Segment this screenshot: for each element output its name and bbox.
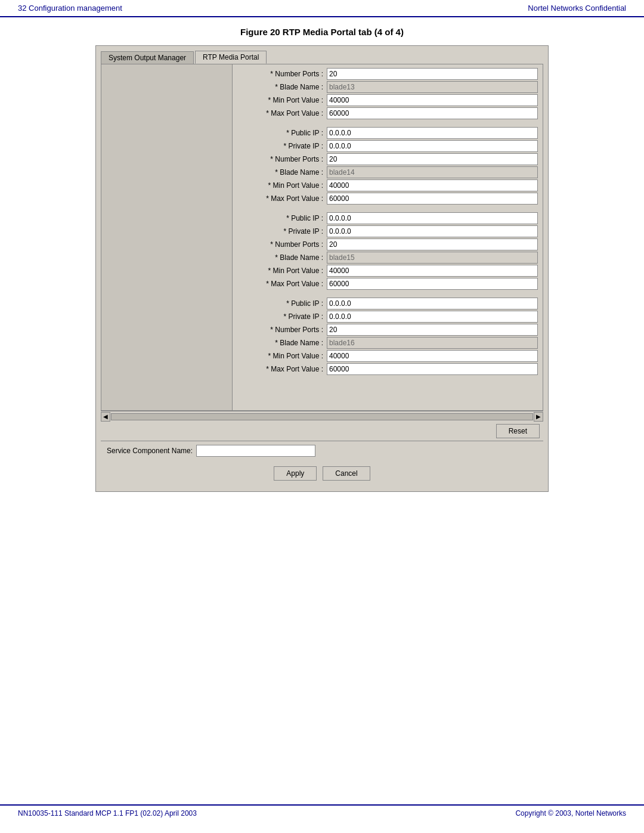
input-number-ports-4[interactable] <box>327 324 538 336</box>
input-blade-name-1[interactable] <box>327 81 538 93</box>
label-max-port-4: * Max Port Value : <box>237 365 327 373</box>
input-number-ports-1[interactable] <box>327 68 538 80</box>
input-max-port-1[interactable] <box>327 107 538 119</box>
field-row-private-ip-2: * Private IP : <box>237 140 538 152</box>
horizontal-scrollbar[interactable]: ◀ ▶ <box>101 411 543 422</box>
input-number-ports-3[interactable] <box>327 239 538 250</box>
field-row-blade-name-1: * Blade Name : <box>237 81 538 93</box>
scroll-track[interactable] <box>111 413 533 420</box>
form-scroll[interactable]: * Number Ports : * Blade Name : * Min Po… <box>233 64 543 410</box>
input-private-ip-3[interactable] <box>327 225 538 237</box>
label-number-ports-4: * Number Ports : <box>237 326 327 334</box>
field-row-min-port-1: * Min Port Value : <box>237 94 538 106</box>
apply-button[interactable]: Apply <box>274 466 317 481</box>
field-row-number-ports-1: * Number Ports : <box>237 68 538 80</box>
field-row-public-ip-3: * Public IP : <box>237 212 538 224</box>
label-blade-name-4: * Blade Name : <box>237 339 327 347</box>
field-row-public-ip-4: * Public IP : <box>237 298 538 309</box>
service-component-row: Service Component Name: <box>101 441 543 460</box>
field-row-private-ip-4: * Private IP : <box>237 311 538 323</box>
label-min-port-4: * Min Port Value : <box>237 352 327 360</box>
field-row-min-port-3: * Min Port Value : <box>237 265 538 277</box>
field-row-min-port-4: * Min Port Value : <box>237 350 538 362</box>
label-blade-name-2: * Blade Name : <box>237 168 327 176</box>
footer-left: NN10035-111 Standard MCP 1.1 FP1 (02.02)… <box>18 809 197 817</box>
field-row-max-port-3: * Max Port Value : <box>237 278 538 290</box>
input-public-ip-4[interactable] <box>327 298 538 309</box>
cancel-button[interactable]: Cancel <box>323 466 370 481</box>
input-private-ip-4[interactable] <box>327 311 538 323</box>
input-max-port-2[interactable] <box>327 193 538 205</box>
label-private-ip-4: * Private IP : <box>237 312 327 321</box>
label-blade-name-1: * Blade Name : <box>237 83 327 91</box>
input-min-port-1[interactable] <box>327 94 538 106</box>
page-title: Figure 20 RTP Media Portal tab (4 of 4) <box>0 27 644 37</box>
field-row-number-ports-2: * Number Ports : <box>237 153 538 165</box>
field-row-max-port-1: * Max Port Value : <box>237 107 538 119</box>
field-row-max-port-4: * Max Port Value : <box>237 363 538 375</box>
input-max-port-4[interactable] <box>327 363 538 375</box>
dialog-container: System Output Manager RTP Media Portal *… <box>95 45 549 492</box>
label-public-ip-2: * Public IP : <box>237 129 327 137</box>
label-min-port-3: * Min Port Value : <box>237 267 327 275</box>
field-row-blade-name-2: * Blade Name : <box>237 166 538 178</box>
header: 32 Configuration management Nortel Netwo… <box>0 0 644 17</box>
left-panel <box>101 64 233 410</box>
content-area: * Number Ports : * Blade Name : * Min Po… <box>101 64 543 411</box>
field-row-number-ports-3: * Number Ports : <box>237 239 538 250</box>
header-left: 32 Configuration management <box>18 4 122 13</box>
input-blade-name-3[interactable] <box>327 252 538 264</box>
reset-button[interactable]: Reset <box>496 424 540 438</box>
input-private-ip-2[interactable] <box>327 140 538 152</box>
action-row: Apply Cancel <box>101 460 543 487</box>
tab-bar: System Output Manager RTP Media Portal <box>101 51 543 64</box>
label-blade-name-3: * Blade Name : <box>237 253 327 262</box>
label-private-ip-3: * Private IP : <box>237 227 327 236</box>
label-number-ports-3: * Number Ports : <box>237 240 327 249</box>
label-private-ip-2: * Private IP : <box>237 142 327 150</box>
label-number-ports-1: * Number Ports : <box>237 70 327 78</box>
input-blade-name-2[interactable] <box>327 166 538 178</box>
label-min-port-2: * Min Port Value : <box>237 181 327 190</box>
section-4: * Public IP : * Private IP : * Number Po… <box>237 298 538 375</box>
input-min-port-3[interactable] <box>327 265 538 277</box>
input-public-ip-3[interactable] <box>327 212 538 224</box>
right-panel: * Number Ports : * Blade Name : * Min Po… <box>233 64 543 410</box>
input-min-port-2[interactable] <box>327 179 538 191</box>
label-public-ip-4: * Public IP : <box>237 299 327 308</box>
header-right: Nortel Networks Confidential <box>528 4 626 13</box>
label-min-port-1: * Min Port Value : <box>237 96 327 104</box>
field-row-blade-name-4: * Blade Name : <box>237 337 538 349</box>
field-row-blade-name-3: * Blade Name : <box>237 252 538 264</box>
field-row-public-ip-2: * Public IP : <box>237 127 538 139</box>
label-max-port-3: * Max Port Value : <box>237 280 327 288</box>
reset-row: Reset <box>101 422 543 441</box>
tab-system-output-manager[interactable]: System Output Manager <box>101 51 194 64</box>
label-public-ip-3: * Public IP : <box>237 214 327 222</box>
tab-rtp-media-portal[interactable]: RTP Media Portal <box>195 51 267 64</box>
input-max-port-3[interactable] <box>327 278 538 290</box>
footer: NN10035-111 Standard MCP 1.1 FP1 (02.02)… <box>0 804 644 821</box>
field-row-number-ports-4: * Number Ports : <box>237 324 538 336</box>
label-max-port-1: * Max Port Value : <box>237 109 327 117</box>
scroll-left-arrow[interactable]: ◀ <box>101 412 110 422</box>
footer-right: Copyright © 2003, Nortel Networks <box>515 809 626 817</box>
scroll-right-arrow[interactable]: ▶ <box>534 412 543 422</box>
service-component-input[interactable] <box>196 445 315 457</box>
service-component-label: Service Component Name: <box>107 447 193 455</box>
input-public-ip-2[interactable] <box>327 127 538 139</box>
input-number-ports-2[interactable] <box>327 153 538 165</box>
field-row-max-port-2: * Max Port Value : <box>237 193 538 205</box>
input-blade-name-4[interactable] <box>327 337 538 349</box>
section-3: * Public IP : * Private IP : * Number Po… <box>237 212 538 290</box>
label-number-ports-2: * Number Ports : <box>237 155 327 163</box>
section-1: * Number Ports : * Blade Name : * Min Po… <box>237 68 538 119</box>
section-2: * Public IP : * Private IP : * Number Po… <box>237 127 538 205</box>
field-row-private-ip-3: * Private IP : <box>237 225 538 237</box>
label-max-port-2: * Max Port Value : <box>237 194 327 203</box>
input-min-port-4[interactable] <box>327 350 538 362</box>
field-row-min-port-2: * Min Port Value : <box>237 179 538 191</box>
